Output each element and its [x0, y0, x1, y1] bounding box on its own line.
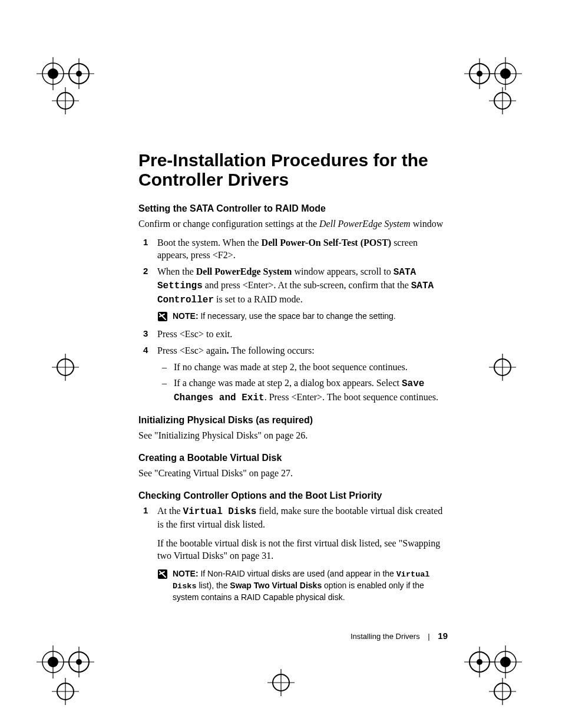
body-text: See "Initializing Physical Disks" on pag…: [138, 429, 448, 442]
text: Boot the system. When the: [157, 238, 262, 248]
page-content: Pre-Installation Procedures for the Cont…: [138, 150, 448, 608]
heading-boot-priority: Checking Controller Options and the Boot…: [138, 490, 448, 501]
step-item: When the Dell PowerEdge System window ap…: [138, 265, 448, 325]
text: When the: [157, 266, 196, 276]
text-mono: Virtual Disks: [183, 506, 257, 517]
crosshair-icon: [52, 87, 79, 114]
text: and press <Enter>. At the sub-screen, co…: [203, 280, 411, 290]
text-bold: Swap Two Virtual Disks: [230, 581, 322, 590]
page-number: 19: [438, 631, 448, 641]
text: . Press <Enter>. The boot sequence conti…: [265, 392, 438, 402]
footer-separator: |: [428, 632, 429, 641]
crosshair-icon: [489, 678, 516, 705]
note-icon: [157, 311, 168, 325]
step-list: Boot the system. When the Dell Power-On …: [138, 236, 448, 405]
text: list), the: [197, 581, 230, 590]
text: Press <Esc> to exit.: [157, 329, 232, 339]
note-text: NOTE: If necessary, use the space bar to…: [173, 311, 396, 322]
note-label: NOTE:: [173, 311, 199, 321]
note-icon: [157, 569, 168, 582]
page-footer: Installing the Drivers | 19: [0, 631, 448, 641]
list-item: If a change was made at step 2, a dialog…: [157, 377, 448, 404]
crop-mark-icon: [62, 57, 95, 90]
text: window: [411, 219, 444, 229]
text-bold: Dell PowerEdge System: [196, 266, 292, 276]
step-item: Press <Esc> again. The following occurs:…: [138, 344, 448, 404]
note: NOTE: If necessary, use the space bar to…: [157, 311, 448, 325]
note: NOTE: If Non-RAID virtual disks are used…: [157, 568, 448, 603]
crop-mark-icon: [489, 645, 522, 678]
list-item: If no change was made at step 2, the boo…: [157, 361, 448, 374]
text-italic: Dell PowerEdge System: [319, 219, 411, 229]
text: is set to a RAID mode.: [214, 294, 303, 304]
text: Confirm or change configuration settings…: [138, 219, 319, 229]
crop-mark-icon: [62, 645, 95, 678]
heading-bootable-vd: Creating a Bootable Virtual Disk: [138, 453, 448, 463]
page: Pre-Installation Procedures for the Cont…: [0, 0, 562, 728]
note-text: NOTE: If Non-RAID virtual disks are used…: [173, 568, 448, 603]
heading-init-disks: Initializing Physical Disks (as required…: [138, 415, 448, 426]
step-list: At the Virtual Disks field, make sure th…: [138, 505, 448, 604]
crosshair-icon: [267, 669, 295, 696]
crop-mark-icon: [489, 57, 522, 90]
body-text: See "Creating Virtual Disks" on page 27.: [138, 467, 448, 480]
text-bold: Dell Power-On Self-Test (POST): [262, 238, 392, 248]
body-text: If the bootable virtual disk is not the …: [157, 537, 448, 562]
step-item: Boot the system. When the Dell Power-On …: [138, 236, 448, 262]
note-label: NOTE:: [173, 569, 199, 578]
text: window appears, scroll to: [292, 266, 393, 276]
crosshair-icon: [52, 354, 79, 381]
text: At the: [157, 506, 183, 516]
crosshair-icon: [52, 678, 79, 705]
crosshair-icon: [489, 87, 516, 114]
page-title: Pre-Installation Procedures for the Cont…: [138, 150, 448, 189]
step-item: Press <Esc> to exit.: [138, 328, 448, 341]
step-item: At the Virtual Disks field, make sure th…: [138, 505, 448, 604]
text: If necessary, use the space bar to chang…: [199, 311, 396, 321]
text: If no change was made at step 2, the boo…: [174, 362, 408, 372]
footer-section: Installing the Drivers: [351, 632, 420, 641]
text: Press <Esc> again: [157, 345, 227, 355]
text: If a change was made at step 2, a dialog…: [174, 378, 402, 388]
heading-sata-raid: Setting the SATA Controller to RAID Mode: [138, 203, 448, 214]
text: If Non-RAID virtual disks are used (and …: [199, 569, 396, 578]
text: The following occurs:: [229, 345, 315, 355]
sub-list: If no change was made at step 2, the boo…: [157, 361, 448, 405]
intro-text: Confirm or change configuration settings…: [138, 218, 448, 230]
crosshair-icon: [489, 354, 516, 381]
